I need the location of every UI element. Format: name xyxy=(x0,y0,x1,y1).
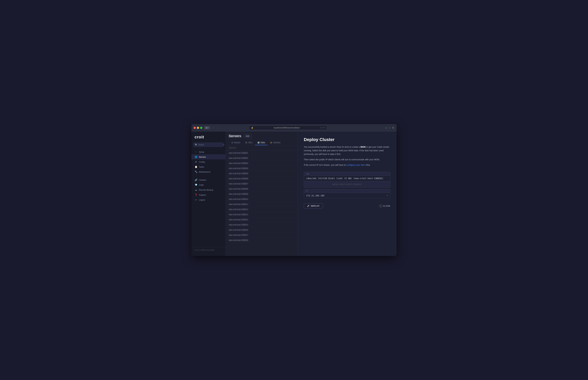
maximize-window-button[interactable] xyxy=(200,127,202,129)
page-title: Servers xyxy=(229,134,241,138)
rocket-icon: 🚀 xyxy=(307,205,310,207)
back-button[interactable]: ‹ xyxy=(212,126,214,130)
sidebar-item-logout[interactable]: ↩ Logout xyxy=(192,197,226,202)
sidebar-item-setup[interactable]: ↑ Setup xyxy=(192,150,226,154)
search-count: All xyxy=(223,144,224,146)
setup-icon: ↑ xyxy=(195,151,197,153)
version-info: v1.0.1 © 2020 croit GmbH xyxy=(195,249,214,251)
deploy-desc-3: If the correct IP isn't shown, you will … xyxy=(304,163,390,167)
sidebar-label-tasks: Tasks xyxy=(199,166,204,168)
sidebar-label-config: Config xyxy=(199,161,205,163)
tab-servers[interactable]: 🖥 Servers xyxy=(229,140,243,145)
tab-services[interactable]: ⚡ Services xyxy=(267,140,283,145)
more-button[interactable]: ••• xyxy=(322,127,325,129)
sidebar-item-remote-backup[interactable]: ☁ Remote Backup xyxy=(192,187,226,192)
search-bar[interactable]: 🔍 All xyxy=(193,143,224,147)
sidebar-item-servers[interactable]: 🌐 Servers xyxy=(192,154,226,159)
tab-servers-label: Servers xyxy=(234,141,240,144)
tabs-button[interactable]: ⧉ xyxy=(392,126,394,129)
config-icon: ⚙ xyxy=(195,161,197,163)
add-button[interactable]: Add xyxy=(244,134,251,138)
forward-button[interactable]: › xyxy=(216,126,219,130)
tasks-icon: 📋 xyxy=(195,166,197,168)
sidebar-label-servers: Servers xyxy=(199,156,206,158)
ip-dropdown-arrow: ▼ xyxy=(387,194,388,197)
close-x-icon: ✕ xyxy=(379,205,382,208)
sidebar-item-support[interactable]: ❓ Support xyxy=(192,192,226,197)
search-icon: 🔍 xyxy=(195,144,197,146)
sidebar-label-remote-backup: Remote Backup xyxy=(199,189,213,191)
disks-tab-icon: 💿 xyxy=(257,142,260,144)
disk-label: Disk xyxy=(304,172,390,175)
sidebar-label-ceph: Ceph xyxy=(199,184,204,186)
sidebar: croit 🔍 All ↑ Setup 🌐 Servers xyxy=(192,132,226,256)
close-button[interactable]: ✕ CLOSE xyxy=(379,205,390,208)
maintenance-icon: 🔧 xyxy=(195,171,197,173)
address-bar-actions: ✕ ••• xyxy=(320,127,325,129)
secure-icon: 🔒 xyxy=(251,127,253,129)
tab-nics-label: NICs xyxy=(248,141,252,144)
sidebar-item-tasks[interactable]: 📋 Tasks xyxy=(192,164,226,169)
sidebar-label-logout: Logout xyxy=(199,199,205,201)
disk-value: /dev/sdc (VirtIO Disk) (ssd) (5 GB) (new… xyxy=(304,175,390,181)
share-button[interactable]: ⎋ xyxy=(385,126,387,129)
configure-nics-link[interactable]: configure your NICs xyxy=(347,164,366,166)
sidebar-item-config[interactable]: ⚙ Config xyxy=(192,159,226,164)
sidebar-toggle-icon xyxy=(205,127,208,129)
nics-tab-icon: 🔌 xyxy=(245,142,247,144)
ceph-icon: 💎 xyxy=(195,184,197,186)
tab-services-label: Services xyxy=(273,141,280,144)
search-input[interactable] xyxy=(198,144,222,146)
logout-icon: ↩ xyxy=(195,199,197,201)
deploy-button[interactable]: 🚀 DEPLOY xyxy=(304,203,323,209)
reload-button[interactable]: ✕ xyxy=(320,127,322,129)
ip-selector[interactable]: IP 172.31.105.105 ▼ xyxy=(304,189,390,199)
ip-value: 172.31.105.105 ▼ xyxy=(304,193,390,198)
services-tab-icon: ⚡ xyxy=(270,142,272,144)
content-area: Servers Add 🖥 Servers 🔌 NICs xyxy=(226,132,396,256)
close-window-button[interactable] xyxy=(194,127,196,129)
disk-selector[interactable]: Disk /dev/sdc (VirtIO Disk) (ssd) (5 GB)… xyxy=(304,172,390,188)
app-logo: croit xyxy=(192,135,226,143)
minimize-window-button[interactable] xyxy=(197,127,199,129)
deploy-cluster-panel: Deploy Cluster You successfully booted a… xyxy=(297,132,396,256)
url-display: localhost:8080/servers/disks/ xyxy=(254,127,319,129)
sidebar-item-maintenance[interactable]: 🔧 Maintenance xyxy=(192,169,226,174)
deploy-desc-1: You successfully booted a server! Now it… xyxy=(304,145,390,156)
backup-icon: ☁ xyxy=(195,189,197,191)
new-tab-button[interactable]: + xyxy=(388,126,391,129)
sidebar-footer: v1.0.1 © 2020 croit GmbH xyxy=(192,247,226,253)
sidebar-nav: ↑ Setup 🌐 Servers ⚙ Config xyxy=(192,150,226,247)
servers-tab-icon: 🖥 xyxy=(231,142,233,144)
clusters-icon: 🔗 xyxy=(195,179,197,181)
browser-chrome: ▾ ‹ › 🔒 localhost:8080/servers/disks/ ✕ … xyxy=(192,124,396,132)
traffic-lights xyxy=(194,127,202,129)
sidebar-label-clusters: Clusters xyxy=(199,179,206,181)
browser-window: ▾ ‹ › 🔒 localhost:8080/servers/disks/ ✕ … xyxy=(192,124,396,256)
tab-disks-label: Disks xyxy=(261,141,265,144)
browser-actions: ⎋ + ⧉ xyxy=(385,126,394,129)
tab-disks[interactable]: 💿 Disks xyxy=(255,140,267,145)
sidebar-label-setup: Setup xyxy=(199,151,204,153)
sidebar-item-clusters[interactable]: 🔗 Clusters xyxy=(192,177,226,182)
support-icon: ❓ xyxy=(195,193,197,196)
deploy-desc-2: Then select the public IP which clients … xyxy=(304,158,390,161)
sidebar-item-ceph[interactable]: 💎 Ceph xyxy=(192,182,226,187)
sidebar-label-support: Support xyxy=(199,194,206,196)
address-bar[interactable]: 🔒 localhost:8080/servers/disks/ ✕ ••• xyxy=(249,126,327,130)
sidebar-toggle-button[interactable]: ▾ xyxy=(204,126,210,130)
servers-icon: 🌐 xyxy=(195,156,197,158)
sidebar-label-maintenance: Maintenance xyxy=(199,171,210,173)
server-name-display: NEW-CROIT-HOST-C0DE02 xyxy=(304,181,390,187)
tab-nics[interactable]: 🔌 NICs xyxy=(243,140,255,145)
app-layout: croit 🔍 All ↑ Setup 🌐 Servers xyxy=(192,132,396,256)
ip-label: IP xyxy=(304,189,390,193)
deploy-title: Deploy Cluster xyxy=(304,137,390,142)
deploy-actions: 🚀 DEPLOY ✕ CLOSE xyxy=(304,203,390,209)
